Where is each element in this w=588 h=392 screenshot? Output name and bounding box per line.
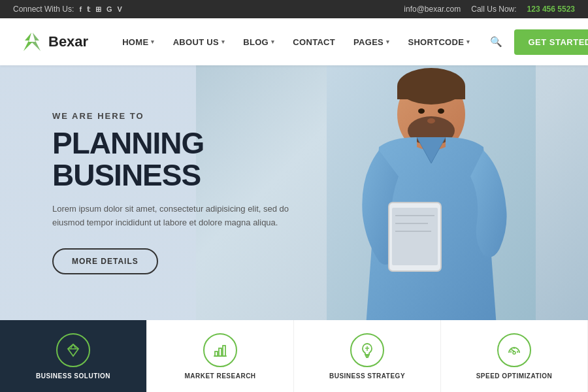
svg-point-8 xyxy=(427,118,435,123)
hero-section: WE ARE HERE TO PLANNING BUSINESS Lorem i… xyxy=(0,65,588,320)
svg-line-23 xyxy=(512,350,514,351)
nav-blog-label: BLOG xyxy=(243,37,269,47)
call-label: Call Us Now: xyxy=(471,5,516,14)
header: Bexar HOME ▾ ABOUT US ▾ BLOG ▾ CONTACT P… xyxy=(0,18,588,65)
chevron-down-icon: ▾ xyxy=(466,39,470,45)
card-business-strategy[interactable]: BUSINESS STRATEGY xyxy=(294,320,441,392)
nav-item-home[interactable]: HOME ▾ xyxy=(114,32,163,52)
bar-chart-icon xyxy=(203,333,237,367)
svg-rect-10 xyxy=(392,208,438,265)
svg-rect-16 xyxy=(223,346,225,356)
svg-point-7 xyxy=(438,108,444,114)
nav-home-label: HOME xyxy=(122,37,148,47)
nav-item-contact[interactable]: CONTACT xyxy=(285,32,343,52)
twitter-icon[interactable]: 𝕥 xyxy=(87,5,90,14)
chevron-down-icon: ▾ xyxy=(386,39,389,45)
speedometer-icon xyxy=(497,333,531,367)
logo[interactable]: Bexar xyxy=(20,30,88,54)
top-bar: Connect With Us: f 𝕥 ⊞ G V info@bexar.co… xyxy=(0,0,588,18)
chevron-down-icon: ▾ xyxy=(151,39,154,45)
hero-person-image xyxy=(327,65,536,320)
top-bar-right: info@bexar.com Call Us Now: 123 456 5523 xyxy=(404,5,575,14)
main-nav: HOME ▾ ABOUT US ▾ BLOG ▾ CONTACT PAGES ▾… xyxy=(114,32,506,52)
hero-content: WE ARE HERE TO PLANNING BUSINESS Lorem i… xyxy=(0,111,314,274)
hero-title: PLANNING BUSINESS xyxy=(52,127,314,191)
search-icon[interactable]: 🔍 xyxy=(486,32,506,52)
person-svg xyxy=(327,65,536,320)
hero-description: Lorem ipsum dolor sit amet, consectetur … xyxy=(52,203,301,230)
svg-rect-14 xyxy=(215,351,218,356)
connect-label: Connect With Us: xyxy=(13,5,74,14)
top-bar-left: Connect With Us: f 𝕥 ⊞ G V xyxy=(13,5,122,14)
svg-point-6 xyxy=(418,108,425,114)
nav-item-pages[interactable]: PAGES ▾ xyxy=(346,32,397,52)
card-business-solution[interactable]: BUSINESS SOLUTION xyxy=(0,320,147,392)
more-details-button[interactable]: MORE DETAILS xyxy=(52,248,158,274)
hero-subtitle: WE ARE HERE TO xyxy=(52,111,314,121)
nav-item-about[interactable]: ABOUT US ▾ xyxy=(165,32,233,52)
card-label-2: MARKET RESEARCH xyxy=(184,372,255,380)
vimeo-icon[interactable]: V xyxy=(118,5,122,14)
card-market-research[interactable]: MARKET RESEARCH xyxy=(147,320,294,392)
card-label-1: BUSINESS SOLUTION xyxy=(36,372,110,380)
rss-icon[interactable]: ⊞ xyxy=(95,5,101,14)
logo-text: Bexar xyxy=(48,33,88,50)
phone-number[interactable]: 123 456 5523 xyxy=(527,5,575,14)
nav-shortcode-label: SHORTCODE xyxy=(408,37,464,47)
nav-about-label: ABOUT US xyxy=(173,37,219,47)
cards-section: BUSINESS SOLUTION MARKET RESEARCH BUSINE… xyxy=(0,320,588,392)
nav-item-blog[interactable]: BLOG ▾ xyxy=(235,32,282,52)
chevron-down-icon: ▾ xyxy=(221,39,225,45)
svg-rect-4 xyxy=(397,86,465,99)
facebook-icon[interactable]: f xyxy=(79,5,82,14)
nav-item-shortcode[interactable]: SHORTCODE ▾ xyxy=(400,32,478,52)
lightbulb-icon xyxy=(350,333,384,367)
social-icons: f 𝕥 ⊞ G V xyxy=(79,5,122,14)
chevron-down-icon: ▾ xyxy=(271,39,274,45)
email-address: info@bexar.com xyxy=(404,5,461,14)
diamond-icon xyxy=(56,333,90,367)
google-icon[interactable]: G xyxy=(106,5,112,14)
nav-contact-label: CONTACT xyxy=(293,37,335,47)
logo-icon xyxy=(20,30,43,54)
get-started-button[interactable]: GET STARTED xyxy=(514,29,589,55)
svg-rect-15 xyxy=(219,348,221,356)
nav-pages-label: PAGES xyxy=(353,37,384,47)
card-speed-optimization[interactable]: SPEED OPTIMIZATION xyxy=(441,320,588,392)
card-label-3: BUSINESS STRATEGY xyxy=(329,372,405,380)
card-label-4: SPEED OPTIMIZATION xyxy=(476,372,553,380)
